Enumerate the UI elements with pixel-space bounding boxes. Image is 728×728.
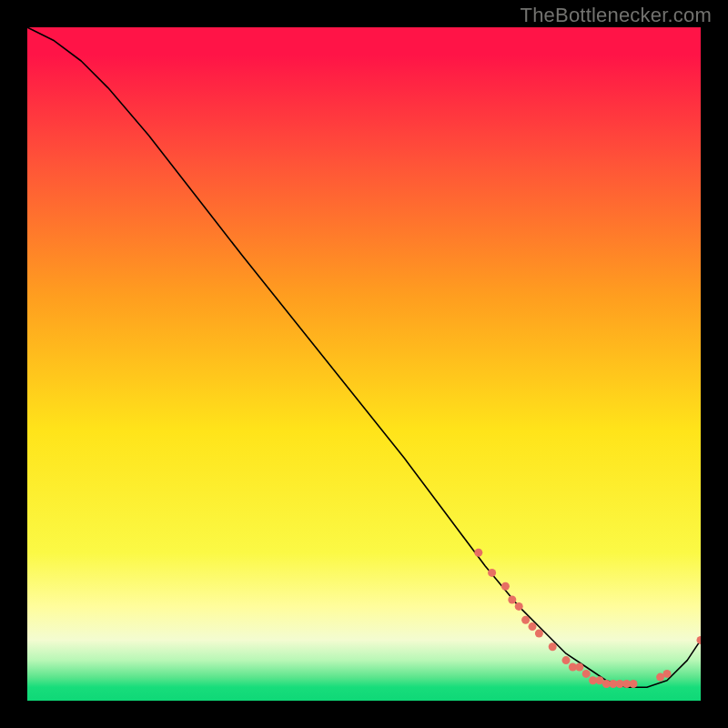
data-marker [549, 642, 557, 651]
marker-group [474, 549, 701, 688]
data-marker [529, 622, 537, 631]
data-marker [474, 549, 482, 557]
data-marker [488, 569, 496, 577]
data-marker [630, 680, 638, 688]
data-marker [582, 670, 591, 678]
data-marker [697, 636, 702, 644]
chart-overlay [27, 27, 701, 701]
main-curve [27, 27, 701, 687]
watermark-text: TheBottlenecker.com [521, 4, 712, 27]
data-marker [535, 630, 543, 638]
data-marker [501, 582, 510, 591]
data-marker [562, 656, 571, 664]
data-marker [575, 663, 583, 672]
data-marker [508, 596, 516, 604]
chart-frame: TheBottlenecker.com [0, 0, 728, 728]
plot-area [27, 27, 701, 701]
data-marker [663, 670, 672, 678]
data-marker [515, 602, 523, 611]
data-marker [521, 616, 530, 624]
